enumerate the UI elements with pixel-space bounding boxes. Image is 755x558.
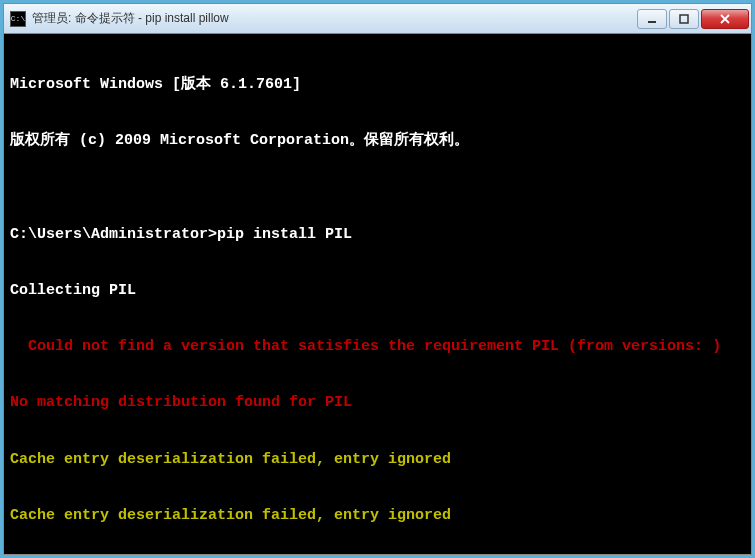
close-icon: [719, 14, 731, 24]
svg-rect-1: [680, 15, 688, 23]
maximize-button[interactable]: [669, 9, 699, 29]
maximize-icon: [679, 14, 689, 24]
minimize-button[interactable]: [637, 9, 667, 29]
error-line: Could not find a version that satisfies …: [10, 338, 745, 357]
titlebar[interactable]: C:\ 管理员: 命令提示符 - pip install pillow: [4, 4, 751, 34]
cmd-icon-glyph: C:\: [11, 15, 25, 23]
minimize-icon: [647, 14, 657, 24]
window-title: 管理员: 命令提示符 - pip install pillow: [32, 10, 637, 27]
svg-rect-0: [648, 21, 656, 23]
cache-warning-line: Cache entry deserialization failed, entr…: [10, 451, 745, 470]
window-controls: [637, 9, 749, 29]
collecting-line: Collecting PIL: [10, 282, 745, 301]
os-version-line: Microsoft Windows [版本 6.1.7601]: [10, 76, 745, 95]
prompt-line: C:\Users\Administrator>pip install PIL: [10, 226, 745, 245]
cache-warning-line: Cache entry deserialization failed, entr…: [10, 507, 745, 526]
window: C:\ 管理员: 命令提示符 - pip install pillow Micr: [3, 3, 752, 555]
close-button[interactable]: [701, 9, 749, 29]
copyright-line: 版权所有 (c) 2009 Microsoft Corporation。保留所有…: [10, 132, 745, 151]
cmd-icon: C:\: [10, 11, 26, 27]
terminal-output[interactable]: Microsoft Windows [版本 6.1.7601] 版权所有 (c)…: [4, 34, 751, 554]
error-line: No matching distribution found for PIL: [10, 394, 745, 413]
